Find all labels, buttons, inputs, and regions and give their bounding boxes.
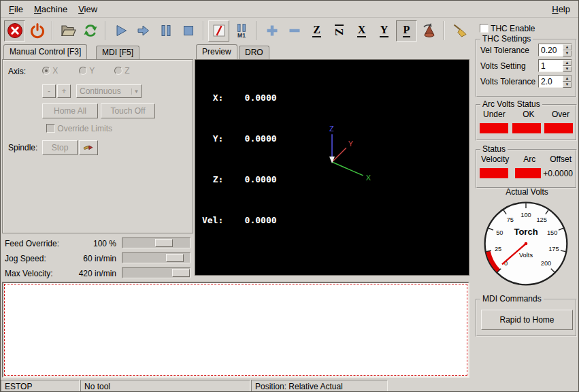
arc-label: Arc bbox=[523, 154, 535, 164]
max-velocity-value: 420 in/min bbox=[67, 269, 116, 278]
statusbar-tool: No tool bbox=[80, 380, 250, 392]
gauge-tick-25: 25 bbox=[495, 246, 501, 252]
menu-machine[interactable]: Machine bbox=[29, 2, 73, 16]
toolbar-separator bbox=[444, 21, 445, 40]
view-front-icon: Y bbox=[380, 24, 389, 37]
optional-stop-button[interactable]: M1 bbox=[231, 20, 252, 42]
step-icon bbox=[135, 22, 152, 39]
stop-button[interactable] bbox=[178, 20, 199, 42]
feed-override-thumb[interactable] bbox=[155, 239, 173, 247]
volts-tolerance-label: Volts Tolerance bbox=[480, 77, 535, 86]
jog-speed-value: 60 in/min bbox=[67, 254, 116, 263]
jog-speed-row: Jog Speed: 60 in/min bbox=[2, 251, 193, 265]
override-limits-label: Override Limits bbox=[57, 124, 112, 133]
estop-button[interactable] bbox=[4, 20, 25, 42]
view-rotated-top-button[interactable]: Z bbox=[329, 20, 350, 42]
rotate-view-icon bbox=[421, 22, 437, 39]
jog-mode-value: Continuous bbox=[77, 86, 131, 96]
gauge-tick-75: 75 bbox=[507, 216, 514, 223]
menu-bar: File Machine View Help bbox=[1, 1, 578, 18]
volts-tolerance-value: 2.0 bbox=[539, 76, 563, 87]
spin-down-icon[interactable]: ▼ bbox=[563, 82, 572, 88]
actual-volts-label: Actual Volts bbox=[474, 187, 579, 197]
velocity-indicator bbox=[480, 168, 508, 178]
offset-label: Offset bbox=[550, 154, 572, 164]
axis-x-label: X bbox=[52, 66, 58, 76]
zoom-in-icon bbox=[264, 22, 280, 39]
jog-minus-button[interactable]: - bbox=[42, 84, 56, 98]
tab-manual-control[interactable]: Manual Control [F3] bbox=[3, 44, 87, 59]
step-button[interactable] bbox=[133, 20, 154, 42]
tab-mdi[interactable]: MDI [F5] bbox=[96, 46, 139, 59]
thc-enable-checkbox[interactable]: THC Enable bbox=[480, 24, 535, 33]
toolbar-separator bbox=[203, 21, 204, 40]
feed-override-slider[interactable] bbox=[122, 238, 191, 248]
run-icon bbox=[113, 22, 129, 39]
home-all-button[interactable]: Home All bbox=[42, 103, 98, 118]
menu-view[interactable]: View bbox=[73, 2, 103, 16]
spin-down-icon[interactable]: ▼ bbox=[563, 50, 572, 56]
spin-up-icon[interactable]: ▲ bbox=[563, 44, 572, 50]
rotate-view-button[interactable] bbox=[418, 20, 440, 42]
vel-tolerance-value: 0.20 bbox=[539, 44, 563, 56]
vel-tolerance-spinbox[interactable]: 0.20 ▲▼ bbox=[538, 44, 572, 56]
axis-x-glyph: X bbox=[366, 174, 371, 182]
clear-plot-button[interactable] bbox=[449, 20, 470, 42]
gauge-tick-125: 125 bbox=[536, 216, 546, 223]
statusbar-machine-state: ESTOP bbox=[1, 380, 80, 392]
tab-preview[interactable]: Preview bbox=[196, 44, 237, 59]
axis-radio-z[interactable]: Z bbox=[114, 66, 130, 76]
menu-help[interactable]: Help bbox=[546, 2, 576, 16]
zoom-in-button[interactable] bbox=[261, 20, 282, 42]
touch-off-button[interactable]: Touch Off bbox=[101, 103, 155, 118]
volts-setting-label: Volts Setting bbox=[480, 61, 526, 71]
gauge-tick-200: 200 bbox=[541, 260, 551, 267]
application-window: File Machine View Help bbox=[0, 0, 579, 392]
reload-button[interactable] bbox=[80, 20, 101, 42]
single-block-button[interactable] bbox=[208, 20, 229, 42]
view-perspective-button[interactable]: P bbox=[396, 20, 417, 42]
menu-file[interactable]: File bbox=[3, 2, 29, 16]
jog-speed-thumb[interactable] bbox=[166, 254, 184, 262]
zoom-out-button[interactable] bbox=[284, 20, 305, 42]
gauge-tick-150: 150 bbox=[547, 229, 557, 236]
axis-z-label: Z bbox=[125, 66, 129, 76]
spin-down-icon[interactable]: ▼ bbox=[563, 66, 572, 72]
manual-control-panel: Axis: X Y Z - + Continuous ▼ Home All To… bbox=[2, 59, 193, 233]
ok-label: OK bbox=[523, 110, 534, 119]
spindle-brush-button[interactable] bbox=[79, 140, 98, 155]
open-file-button[interactable] bbox=[57, 20, 78, 42]
view-front-button[interactable]: Y bbox=[374, 20, 395, 42]
offset-value: +0.0000 bbox=[543, 169, 573, 178]
program-text-area[interactable] bbox=[2, 282, 469, 378]
tab-dro[interactable]: DRO bbox=[239, 46, 269, 59]
max-velocity-slider[interactable] bbox=[122, 267, 191, 278]
jog-mode-select[interactable]: Continuous ▼ bbox=[76, 84, 142, 98]
max-velocity-thumb[interactable] bbox=[172, 269, 190, 277]
view-rotated-top-icon: Z bbox=[335, 24, 344, 37]
volts-tolerance-spinbox[interactable]: 2.0 ▲▼ bbox=[538, 75, 572, 88]
thc-settings-title: THC Settings bbox=[480, 34, 533, 44]
radio-x-icon bbox=[42, 67, 50, 75]
pause-button[interactable] bbox=[155, 20, 176, 42]
machine-power-button[interactable] bbox=[27, 20, 48, 42]
spin-up-icon[interactable]: ▲ bbox=[563, 76, 572, 82]
run-button[interactable] bbox=[110, 20, 131, 42]
jog-speed-label: Jog Speed: bbox=[5, 254, 46, 263]
origin-axes: Z Y X bbox=[195, 60, 469, 275]
spindle-stop-button[interactable]: Stop bbox=[42, 140, 78, 155]
axis-radio-x[interactable]: X bbox=[42, 66, 58, 76]
toolbar-separator bbox=[256, 21, 257, 40]
view-top-button[interactable]: Z bbox=[306, 20, 327, 42]
over-label: Over bbox=[552, 110, 569, 119]
volts-setting-spinbox[interactable]: 1 ▲▼ bbox=[538, 59, 572, 72]
override-limits-checkbox[interactable]: Override Limits bbox=[46, 124, 112, 133]
rapid-to-home-button[interactable]: Rapid to Home bbox=[481, 310, 573, 330]
jog-plus-button[interactable]: + bbox=[57, 84, 71, 98]
spin-up-icon[interactable]: ▲ bbox=[563, 60, 572, 66]
arc-volts-status-title: Arc Volts Status bbox=[480, 99, 542, 109]
axis-radio-y[interactable]: Y bbox=[79, 66, 95, 76]
view-side-button[interactable]: X bbox=[351, 20, 372, 42]
preview-canvas[interactable]: X: 0.0000 Y: 0.0000 Z: 0.0000 Vel: 0.000… bbox=[195, 59, 469, 276]
jog-speed-slider[interactable] bbox=[122, 252, 191, 263]
